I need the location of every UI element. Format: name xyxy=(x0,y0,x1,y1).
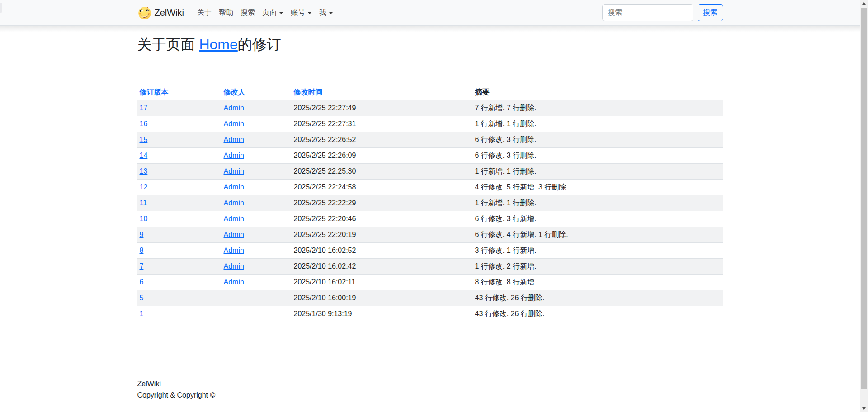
modifier-link[interactable]: Admin xyxy=(224,215,244,223)
nav-item[interactable]: 账号 xyxy=(287,4,316,22)
revision-time: 2025/2/25 22:20:19 xyxy=(292,227,473,243)
sort-version-link[interactable]: 修订版本 xyxy=(140,88,169,96)
revision-time: 2025/2/25 22:26:09 xyxy=(292,148,473,164)
footer-site-name: ZelWiki xyxy=(137,378,723,389)
revision-summary: 6 行修改. 4 行新增. 1 行删除. xyxy=(473,227,723,243)
zelwiki-logo-icon xyxy=(137,5,152,20)
scroll-up-icon[interactable] xyxy=(862,2,866,5)
table-row: 9 Admin 2025/2/25 22:20:19 6 行修改. 4 行新增.… xyxy=(137,227,723,243)
browser-scrollbar[interactable] xyxy=(860,0,868,412)
revision-link[interactable]: 6 xyxy=(140,278,144,286)
revision-link[interactable]: 1 xyxy=(140,310,144,317)
revision-time: 2025/2/25 22:27:49 xyxy=(292,100,473,116)
modifier-link[interactable]: Admin xyxy=(224,136,244,143)
revision-link[interactable]: 17 xyxy=(140,104,148,112)
revision-summary: 6 行修改. 3 行删除. xyxy=(473,148,723,164)
search-input[interactable] xyxy=(602,4,693,21)
modifier-link[interactable]: Admin xyxy=(224,183,244,191)
brand-name: ZelWiki xyxy=(155,6,184,19)
revision-time: 2025/1/30 9:13:19 xyxy=(292,306,473,322)
revision-summary: 1 行新增. 1 行删除. xyxy=(473,164,723,180)
navbar-container: ZelWiki 关于 帮助 搜索 页面 账号 我 xyxy=(137,0,723,25)
sort-modifier-link[interactable]: 修改人 xyxy=(224,88,245,96)
revision-link[interactable]: 9 xyxy=(140,231,144,238)
summary-header: 摘要 xyxy=(473,85,723,100)
revision-link[interactable]: 7 xyxy=(140,262,144,270)
footer-copyright: Copyright & Copyright © xyxy=(137,389,723,401)
caret-down-icon xyxy=(307,12,312,14)
modifier-link[interactable]: Admin xyxy=(224,199,244,207)
table-row: 1 2025/1/30 9:13:19 43 行修改. 26 行删除. xyxy=(137,306,723,322)
table-row: 13 Admin 2025/2/25 22:25:30 1 行新增. 1 行删除… xyxy=(137,164,723,180)
revision-time: 2025/2/25 22:27:31 xyxy=(292,116,473,132)
revision-summary: 43 行修改. 26 行删除. xyxy=(473,290,723,306)
revision-table: 修订版本 修改人 修改时间 摘要 17 Admin 2025/2/25 22:2… xyxy=(137,85,723,322)
revision-time: 2025/2/10 16:00:19 xyxy=(292,290,473,306)
nav-item[interactable]: 我 xyxy=(316,4,337,22)
revision-summary: 3 行修改. 1 行新增. xyxy=(473,243,723,259)
caret-down-icon xyxy=(279,12,283,14)
footer-divider xyxy=(137,357,723,357)
table-row: 16 Admin 2025/2/25 22:27:31 1 行新增. 1 行删除… xyxy=(137,116,723,132)
modifier-link[interactable]: Admin xyxy=(224,167,244,175)
revision-link[interactable]: 12 xyxy=(140,183,148,191)
page-home-link[interactable]: Home xyxy=(199,36,237,52)
footer: ZelWiki Copyright & Copyright © xyxy=(137,378,723,410)
table-row: 14 Admin 2025/2/25 22:26:09 6 行修改. 3 行删除… xyxy=(137,148,723,164)
sort-time-link[interactable]: 修改时间 xyxy=(294,88,323,96)
table-row: 12 Admin 2025/2/25 22:24:58 4 行修改. 5 行新增… xyxy=(137,180,723,195)
table-row: 15 Admin 2025/2/25 22:26:52 6 行修改. 3 行删除… xyxy=(137,132,723,148)
revision-time: 2025/2/25 22:25:30 xyxy=(292,164,473,180)
nav-item[interactable]: 帮助 xyxy=(215,4,237,22)
revision-summary: 4 行修改. 5 行新增. 3 行删除. xyxy=(473,180,723,195)
revision-time: 2025/2/10 16:02:11 xyxy=(292,275,473,290)
navbar: ZelWiki 关于 帮助 搜索 页面 账号 我 xyxy=(0,0,860,26)
scroll-down-icon[interactable] xyxy=(862,407,866,410)
revision-link[interactable]: 10 xyxy=(140,215,148,223)
revision-summary: 1 行新增. 1 行删除. xyxy=(473,116,723,132)
modifier-link[interactable]: Admin xyxy=(224,152,244,159)
revision-link[interactable]: 5 xyxy=(140,294,144,302)
revision-time: 2025/2/25 22:20:46 xyxy=(292,211,473,227)
revision-link[interactable]: 15 xyxy=(140,136,148,143)
modifier-link[interactable]: Admin xyxy=(224,278,244,286)
revision-time: 2025/2/25 22:24:58 xyxy=(292,180,473,195)
table-row: 6 Admin 2025/2/10 16:02:11 8 行修改. 8 行新增. xyxy=(137,275,723,290)
browser-viewport: ZelWiki 关于 帮助 搜索 页面 账号 我 xyxy=(0,0,868,412)
revision-link[interactable]: 14 xyxy=(140,152,148,159)
nav-item[interactable]: 关于 xyxy=(193,4,215,22)
modifier-link[interactable]: Admin xyxy=(224,262,244,270)
modifier-link[interactable]: Admin xyxy=(224,120,244,128)
revision-time: 2025/2/25 22:26:52 xyxy=(292,132,473,148)
nav-item[interactable]: 搜索 xyxy=(237,4,259,22)
revision-summary: 8 行修改. 8 行新增. xyxy=(473,275,723,290)
revision-summary: 6 行修改. 3 行删除. xyxy=(473,132,723,148)
caret-down-icon xyxy=(329,12,333,14)
revision-link[interactable]: 8 xyxy=(140,246,144,254)
revision-summary: 1 行修改. 2 行新增. xyxy=(473,259,723,275)
table-row: 17 Admin 2025/2/25 22:27:49 7 行新增. 7 行删除… xyxy=(137,100,723,116)
revision-time: 2025/2/10 16:02:42 xyxy=(292,259,473,275)
modifier-link[interactable]: Admin xyxy=(224,246,244,254)
revision-link[interactable]: 13 xyxy=(140,167,148,175)
nav-item[interactable]: 页面 xyxy=(259,4,287,22)
modifier-link[interactable]: Admin xyxy=(224,231,244,238)
table-row: 7 Admin 2025/2/10 16:02:42 1 行修改. 2 行新增. xyxy=(137,259,723,275)
revision-link[interactable]: 11 xyxy=(140,199,147,207)
brand-link[interactable]: ZelWiki xyxy=(137,5,184,20)
search-button[interactable]: 搜索 xyxy=(698,4,723,21)
table-row: 10 Admin 2025/2/25 22:20:46 6 行修改. 3 行新增… xyxy=(137,211,723,227)
revision-summary: 43 行修改. 26 行删除. xyxy=(473,306,723,322)
table-row: 11 Admin 2025/2/25 22:22:29 1 行新增. 1 行删除… xyxy=(137,195,723,211)
revision-summary: 7 行新增. 7 行删除. xyxy=(473,100,723,116)
edge-chip xyxy=(0,3,2,13)
scrollbar-thumb[interactable] xyxy=(861,8,867,389)
revision-summary: 1 行新增. 1 行删除. xyxy=(473,195,723,211)
revision-link[interactable]: 16 xyxy=(140,120,148,128)
nav-list: 关于 帮助 搜索 页面 账号 我 xyxy=(193,4,337,22)
modifier-link[interactable]: Admin xyxy=(224,104,244,112)
main-content: 关于页面 Home的修订 修订版本 修改人 修改时间 摘要 17 xyxy=(137,36,723,410)
table-row: 8 Admin 2025/2/10 16:02:52 3 行修改. 1 行新增. xyxy=(137,243,723,259)
revision-time: 2025/2/10 16:02:52 xyxy=(292,243,473,259)
page: ZelWiki 关于 帮助 搜索 页面 账号 我 xyxy=(0,0,860,410)
